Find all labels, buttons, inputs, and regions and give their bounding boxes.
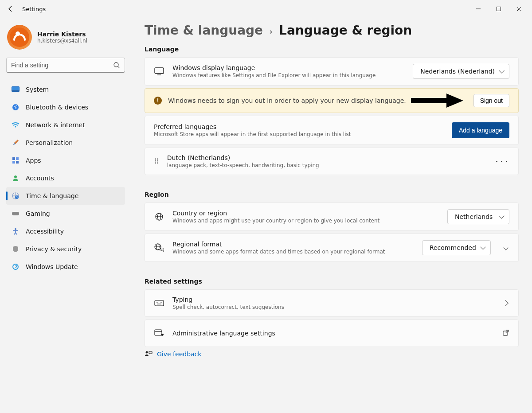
sidebar-item-network[interactable]: Network & internet — [6, 116, 125, 134]
update-icon — [12, 263, 20, 271]
keyboard-icon — [154, 298, 164, 308]
svg-point-21 — [13, 264, 18, 269]
breadcrumb-parent[interactable]: Time & language — [145, 23, 263, 38]
sidebar: Harrie Kisters h.kisters@xs4all.nl Syste… — [0, 18, 131, 371]
svg-rect-19 — [12, 212, 19, 215]
paintbrush-icon — [12, 139, 20, 147]
svg-point-42 — [146, 351, 148, 354]
sidebar-item-accounts[interactable]: Accounts — [6, 169, 125, 187]
more-options-button[interactable]: ･･･ — [495, 157, 509, 166]
sidebar-item-accessibility[interactable]: Accessibility — [6, 222, 125, 240]
nav-label: Gaming — [26, 210, 50, 217]
expand-chevron-icon[interactable] — [503, 245, 508, 250]
window-controls — [468, 2, 529, 16]
nav-list: System Bluetooth & devices Network & int… — [6, 81, 125, 276]
sidebar-item-system[interactable]: System — [6, 81, 125, 98]
drag-handle-icon[interactable]: ⠿ — [154, 157, 159, 166]
language-item-card[interactable]: ⠿ Dutch (Netherlands) language pack, tex… — [145, 148, 519, 175]
gamepad-icon — [12, 210, 20, 218]
sidebar-item-windows-update[interactable]: Windows Update — [6, 258, 125, 276]
svg-rect-9 — [12, 90, 20, 92]
nav-label: Apps — [26, 157, 41, 164]
window-shield-icon — [154, 328, 164, 339]
chevron-right-icon: › — [269, 26, 273, 37]
svg-point-4 — [10, 27, 29, 47]
admin-language-card[interactable]: Administrative language settings — [145, 319, 519, 347]
sidebar-item-personalization[interactable]: Personalization — [6, 134, 125, 152]
nav-label: Windows Update — [26, 263, 78, 270]
row-subtitle: Windows features like Settings and File … — [172, 72, 376, 78]
svg-line-7 — [118, 66, 119, 68]
window-title: Settings — [22, 6, 46, 12]
titlebar: Settings — [0, 0, 532, 18]
search-box[interactable] — [6, 58, 125, 73]
feedback-icon — [145, 351, 153, 358]
nav-label: System — [26, 86, 49, 93]
row-title: Typing — [172, 296, 284, 303]
accessibility-icon — [12, 227, 20, 235]
svg-rect-14 — [12, 161, 15, 164]
globe-icon — [154, 211, 164, 222]
signout-alert: ! Windows needs to sign you out in order… — [145, 88, 519, 113]
section-heading-related: Related settings — [145, 278, 519, 285]
nav-label: Network & internet — [26, 121, 85, 129]
row-title: Preferred languages — [154, 123, 351, 130]
svg-rect-1 — [497, 7, 501, 11]
nav-label: Accounts — [26, 175, 54, 182]
sidebar-item-gaming[interactable]: Gaming — [6, 205, 125, 222]
shield-icon — [12, 245, 20, 253]
svg-rect-12 — [12, 157, 15, 160]
maximize-button[interactable] — [489, 2, 509, 16]
row-title: Windows display language — [172, 64, 376, 71]
add-language-button[interactable]: Add a language — [452, 122, 509, 138]
svg-point-11 — [15, 126, 16, 128]
nav-label: Privacy & security — [26, 245, 82, 253]
main-content: Time & language › Language & region Lang… — [131, 18, 532, 371]
sign-out-button[interactable]: Sign out — [473, 94, 509, 107]
search-input[interactable] — [11, 62, 113, 69]
nav-label: Bluetooth & devices — [26, 104, 88, 111]
svg-text:A字: A字 — [160, 248, 164, 252]
close-button[interactable] — [509, 2, 529, 16]
svg-rect-43 — [149, 351, 152, 354]
avatar — [7, 25, 32, 50]
sidebar-item-privacy[interactable]: Privacy & security — [6, 240, 125, 258]
display-language-dropdown[interactable]: Nederlands (Nederland) — [413, 64, 509, 79]
external-link-icon — [502, 329, 509, 338]
country-dropdown[interactable]: Netherlands — [447, 209, 509, 224]
nav-label: Personalization — [26, 139, 73, 146]
sidebar-item-time-language[interactable]: Time & language — [6, 187, 125, 205]
svg-rect-32 — [155, 300, 164, 306]
monitor-icon — [154, 66, 164, 77]
typing-card[interactable]: Typing Spell check, autocorrect, text su… — [145, 289, 519, 317]
svg-rect-39 — [155, 330, 162, 335]
globe-text-icon: A字 — [154, 242, 164, 253]
breadcrumb: Time & language › Language & region — [145, 23, 519, 38]
dropdown-value: Recommended — [430, 244, 476, 251]
row-subtitle: Windows and apps might use your country … — [172, 218, 379, 224]
section-heading-region: Region — [145, 191, 519, 198]
dropdown-value: Nederlands (Nederland) — [420, 68, 495, 75]
display-language-card: Windows display language Windows feature… — [145, 57, 519, 86]
back-button[interactable] — [3, 1, 19, 17]
row-title: Dutch (Netherlands) — [167, 154, 319, 161]
globe-clock-icon — [12, 192, 20, 200]
page-title: Language & region — [279, 23, 412, 38]
svg-rect-15 — [16, 161, 19, 164]
give-feedback-link[interactable]: Give feedback — [145, 351, 519, 358]
user-profile[interactable]: Harrie Kisters h.kisters@xs4all.nl — [6, 22, 125, 58]
row-title: Regional format — [172, 241, 385, 248]
minimize-button[interactable] — [468, 2, 489, 16]
row-title: Administrative language settings — [172, 330, 275, 337]
chevron-right-icon — [502, 300, 509, 306]
apps-icon — [12, 156, 20, 164]
nav-label: Accessibility — [26, 228, 64, 235]
row-title: Country or region — [172, 210, 379, 217]
sidebar-item-bluetooth[interactable]: Bluetooth & devices — [6, 98, 125, 116]
user-name: Harrie Kisters — [37, 31, 87, 38]
regional-format-dropdown[interactable]: Recommended — [422, 240, 491, 255]
feedback-label: Give feedback — [157, 351, 201, 358]
bluetooth-icon — [12, 103, 20, 111]
sidebar-item-apps[interactable]: Apps — [6, 152, 125, 169]
close-icon — [516, 6, 522, 12]
